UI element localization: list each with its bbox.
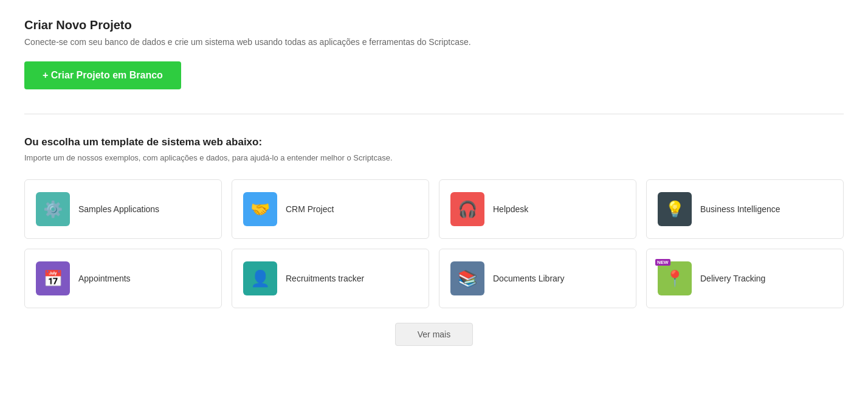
bi-label: Business Intelligence xyxy=(700,204,780,214)
helpdesk-label: Helpdesk xyxy=(493,204,528,214)
template-card-samples[interactable]: ⚙️Samples Applications xyxy=(24,179,222,239)
template-card-documents[interactable]: 📚Documents Library xyxy=(439,249,636,308)
bi-icon: 💡 xyxy=(658,192,692,226)
ver-mais-wrapper: Ver mais xyxy=(24,323,844,346)
appointments-icon: 📅 xyxy=(36,261,70,295)
samples-label: Samples Applications xyxy=(78,204,159,214)
templates-row-1: ⚙️Samples Applications🤝CRM Project🎧Helpd… xyxy=(24,179,844,239)
template-card-appointments[interactable]: 📅Appointments xyxy=(24,249,222,308)
crm-icon: 🤝 xyxy=(243,192,277,226)
documents-label: Documents Library xyxy=(493,274,565,283)
page-subtitle: Conecte-se com seu banco de dados e crie… xyxy=(24,37,844,47)
ver-mais-button[interactable]: Ver mais xyxy=(395,323,473,346)
crm-label: CRM Project xyxy=(286,204,334,214)
section-divider xyxy=(24,114,844,114)
templates-row-2: 📅Appointments👤Recruitments tracker📚Docum… xyxy=(24,249,844,308)
template-card-recruitments[interactable]: 👤Recruitments tracker xyxy=(232,249,429,308)
appointments-label: Appointments xyxy=(78,274,131,283)
section-title: Ou escolha um template de sistema web ab… xyxy=(24,136,844,148)
delivery-icon: 📍NEW xyxy=(658,261,692,295)
template-card-helpdesk[interactable]: 🎧Helpdesk xyxy=(439,179,636,239)
recruitments-label: Recruitments tracker xyxy=(286,274,364,283)
section-subtitle: Importe um de nossos exemplos, com aplic… xyxy=(24,153,844,162)
template-card-delivery[interactable]: 📍NEWDelivery Tracking xyxy=(646,249,844,308)
delivery-label: Delivery Tracking xyxy=(700,274,765,283)
helpdesk-icon: 🎧 xyxy=(450,192,484,226)
page-title: Criar Novo Projeto xyxy=(24,18,844,32)
documents-icon: 📚 xyxy=(450,261,484,295)
create-project-button[interactable]: + Criar Projeto em Branco xyxy=(24,61,181,89)
recruitments-icon: 👤 xyxy=(243,261,277,295)
samples-icon: ⚙️ xyxy=(36,192,70,226)
template-card-crm[interactable]: 🤝CRM Project xyxy=(232,179,429,239)
template-card-bi[interactable]: 💡Business Intelligence xyxy=(646,179,844,239)
